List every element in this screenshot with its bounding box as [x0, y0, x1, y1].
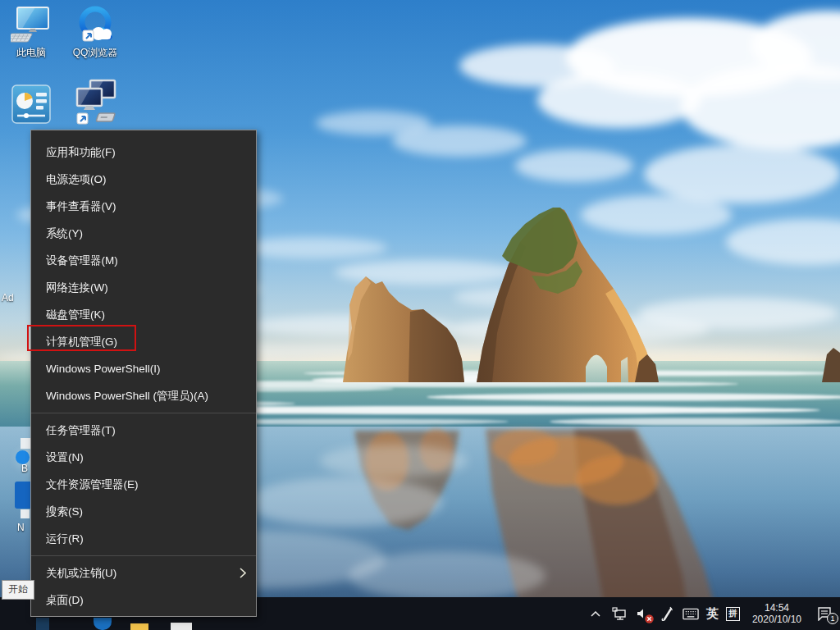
menu-item-desktop[interactable]: 桌面(D) [31, 587, 256, 614]
submenu-chevron-icon [240, 568, 246, 578]
menu-item-apps-features[interactable]: 应用和功能(F) [31, 139, 256, 166]
desktop-icon-label: 此电脑 [0, 46, 62, 60]
menu-item-powershell[interactable]: Windows PowerShell(I) [31, 355, 256, 382]
windows-ink-pen-icon[interactable] [659, 602, 675, 625]
desktop-icon-label: QQ浏览器 [64, 46, 126, 60]
taskbar-icon-fragment [94, 618, 112, 630]
menu-item-disk-management[interactable]: 磁盘管理(K) [31, 301, 256, 328]
menu-item-powershell-admin[interactable]: Windows PowerShell (管理员)(A) [31, 382, 256, 409]
menu-item-task-manager[interactable]: 任务管理器(T) [31, 417, 256, 444]
network-places-icon [71, 79, 120, 126]
network-icon[interactable] [611, 602, 628, 625]
menu-item-power-options[interactable]: 电源选项(O) [31, 166, 256, 193]
partial-icon-label-ad: Ad [2, 292, 14, 304]
tray-chevron-up-icon[interactable] [587, 602, 604, 625]
volume-muted-icon[interactable] [635, 602, 651, 625]
taskbar-icon-fragment [36, 618, 49, 630]
notification-badge: 1 [827, 613, 838, 624]
start-button-tooltip: 开始 [2, 580, 34, 600]
menu-item-event-viewer[interactable]: 事件查看器(V) [31, 193, 256, 220]
menu-item-system[interactable]: 系统(Y) [31, 220, 256, 247]
ime-pinyin-indicator[interactable]: 拼 [726, 607, 740, 621]
computer-management-icon [11, 84, 52, 125]
ime-language-indicator[interactable]: 英 [706, 606, 719, 622]
clock-date: 2020/10/10 [752, 614, 801, 625]
partial-icon-fragment [15, 482, 30, 509]
partial-icon-fragment [21, 509, 30, 518]
action-center-icon[interactable]: 1 [814, 602, 835, 625]
this-pc-icon [11, 7, 52, 44]
desktop-icon-qq-browser[interactable]: QQ浏览器 [64, 5, 126, 60]
menu-item-device-manager[interactable]: 设备管理器(M) [31, 247, 256, 274]
desktop-icon-this-pc[interactable]: 此电脑 [0, 7, 62, 60]
menu-item-file-explorer[interactable]: 文件资源管理器(E) [31, 471, 256, 498]
partial-icon-label-n: N [17, 522, 25, 533]
clock-time: 14:54 [752, 602, 801, 614]
menu-separator [31, 413, 256, 413]
touch-keyboard-icon[interactable] [682, 602, 699, 625]
system-tray: 英 拼 14:54 2020/10/10 1 [587, 597, 838, 630]
menu-item-computer-management[interactable]: 计算机管理(G) [31, 328, 256, 355]
menu-item-run[interactable]: 运行(R) [31, 525, 256, 552]
taskbar-clock[interactable]: 14:54 2020/10/10 [747, 602, 806, 625]
menu-item-search[interactable]: 搜索(S) [31, 498, 256, 525]
desktop-icon-network[interactable] [64, 79, 126, 126]
menu-separator [31, 555, 256, 556]
menu-item-settings[interactable]: 设置(N) [31, 444, 256, 471]
winx-context-menu: 应用和功能(F) 电源选项(O) 事件查看器(V) 系统(Y) 设备管理器(M)… [30, 130, 257, 617]
desktop: 此电脑 QQ浏览器 [0, 0, 840, 630]
qq-browser-icon [73, 5, 117, 44]
taskbar-icon-fragment [171, 623, 192, 630]
menu-item-network-connections[interactable]: 网络连接(W) [31, 274, 256, 301]
partial-icon-fragment [21, 438, 30, 449]
partial-icon-label-b: B [21, 463, 28, 474]
desktop-icon-management[interactable] [0, 84, 62, 125]
menu-item-shutdown-signout[interactable]: 关机或注销(U) [31, 559, 256, 587]
taskbar-icon-fragment [130, 623, 148, 630]
